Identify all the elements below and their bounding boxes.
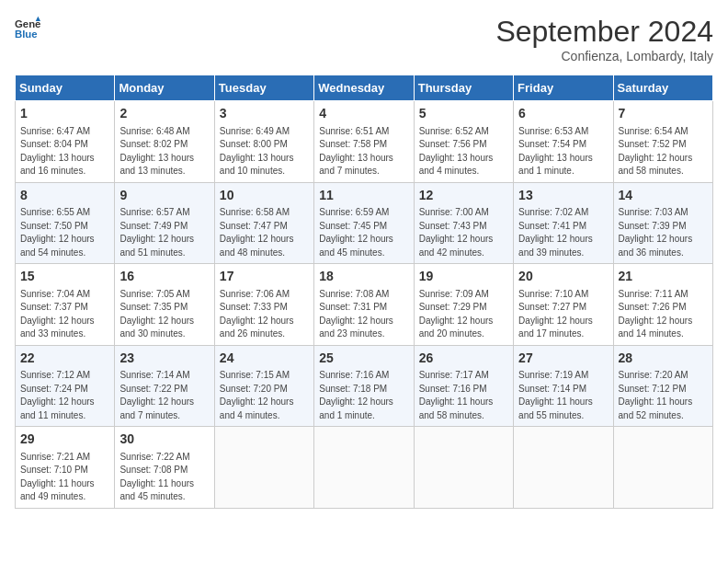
day-detail: Sunrise: 6:57 AM Sunset: 7:49 PM Dayligh…: [119, 206, 209, 259]
day-number: 18: [319, 268, 408, 286]
calendar-day: 15Sunrise: 7:04 AM Sunset: 7:37 PM Dayli…: [16, 264, 115, 346]
day-detail: Sunrise: 6:51 AM Sunset: 7:58 PM Dayligh…: [319, 125, 408, 178]
days-header-row: Sunday Monday Tuesday Wednesday Thursday…: [16, 75, 713, 101]
day-detail: Sunrise: 6:55 AM Sunset: 7:50 PM Dayligh…: [20, 206, 109, 259]
header-monday: Monday: [115, 75, 214, 101]
day-detail: Sunrise: 7:04 AM Sunset: 7:37 PM Dayligh…: [20, 288, 109, 341]
day-number: 8: [20, 187, 109, 205]
calendar-title: September 2024: [495, 15, 713, 49]
calendar-day: 23Sunrise: 7:14 AM Sunset: 7:22 PM Dayli…: [115, 345, 214, 427]
day-number: 14: [619, 187, 708, 205]
calendar-day: 4Sunrise: 6:51 AM Sunset: 7:58 PM Daylig…: [314, 101, 414, 183]
calendar-week-2: 8Sunrise: 6:55 AM Sunset: 7:50 PM Daylig…: [16, 182, 713, 264]
calendar-week-3: 15Sunrise: 7:04 AM Sunset: 7:37 PM Dayli…: [16, 264, 713, 346]
calendar-day: 2Sunrise: 6:48 AM Sunset: 8:02 PM Daylig…: [115, 101, 214, 183]
day-detail: Sunrise: 7:16 AM Sunset: 7:18 PM Dayligh…: [319, 369, 408, 422]
day-detail: Sunrise: 7:08 AM Sunset: 7:31 PM Dayligh…: [319, 288, 408, 341]
logo-icon: General Blue: [15, 15, 40, 40]
day-detail: Sunrise: 7:20 AM Sunset: 7:12 PM Dayligh…: [619, 369, 708, 422]
calendar-day: 6Sunrise: 6:53 AM Sunset: 7:54 PM Daylig…: [514, 101, 613, 183]
calendar-day: 27Sunrise: 7:19 AM Sunset: 7:14 PM Dayli…: [514, 345, 613, 427]
calendar-day: 16Sunrise: 7:05 AM Sunset: 7:35 PM Dayli…: [115, 264, 214, 346]
day-detail: Sunrise: 7:06 AM Sunset: 7:33 PM Dayligh…: [220, 288, 309, 341]
calendar-day: 9Sunrise: 6:57 AM Sunset: 7:49 PM Daylig…: [115, 182, 214, 264]
calendar-day: [613, 427, 712, 509]
day-number: 23: [119, 350, 209, 368]
title-block: September 2024 Confienza, Lombardy, Ital…: [495, 15, 713, 63]
calendar-day: 29Sunrise: 7:21 AM Sunset: 7:10 PM Dayli…: [16, 427, 115, 509]
calendar-day: 19Sunrise: 7:09 AM Sunset: 7:29 PM Dayli…: [414, 264, 513, 346]
svg-text:Blue: Blue: [15, 29, 38, 40]
calendar-day: 20Sunrise: 7:10 AM Sunset: 7:27 PM Dayli…: [514, 264, 613, 346]
calendar-day: 17Sunrise: 7:06 AM Sunset: 7:33 PM Dayli…: [214, 264, 313, 346]
calendar-day: 25Sunrise: 7:16 AM Sunset: 7:18 PM Dayli…: [314, 345, 414, 427]
day-detail: Sunrise: 7:00 AM Sunset: 7:43 PM Dayligh…: [419, 206, 508, 259]
calendar-day: 21Sunrise: 7:11 AM Sunset: 7:26 PM Dayli…: [613, 264, 712, 346]
calendar-day: [514, 427, 613, 509]
day-detail: Sunrise: 6:58 AM Sunset: 7:47 PM Dayligh…: [220, 206, 309, 259]
day-number: 22: [20, 350, 109, 368]
day-detail: Sunrise: 7:14 AM Sunset: 7:22 PM Dayligh…: [119, 369, 209, 422]
calendar-day: 3Sunrise: 6:49 AM Sunset: 8:00 PM Daylig…: [214, 101, 313, 183]
day-detail: Sunrise: 7:09 AM Sunset: 7:29 PM Dayligh…: [419, 288, 508, 341]
day-number: 16: [119, 268, 209, 286]
day-number: 15: [20, 268, 109, 286]
header-wednesday: Wednesday: [314, 75, 414, 101]
day-number: 27: [518, 350, 608, 368]
calendar-day: [214, 427, 313, 509]
day-number: 6: [518, 105, 608, 123]
calendar-table: Sunday Monday Tuesday Wednesday Thursday…: [15, 75, 713, 509]
day-detail: Sunrise: 7:12 AM Sunset: 7:24 PM Dayligh…: [20, 369, 109, 422]
day-number: 5: [419, 105, 508, 123]
calendar-day: 18Sunrise: 7:08 AM Sunset: 7:31 PM Dayli…: [314, 264, 414, 346]
day-number: 2: [119, 105, 209, 123]
day-number: 29: [20, 431, 109, 449]
day-detail: Sunrise: 7:17 AM Sunset: 7:16 PM Dayligh…: [419, 369, 508, 422]
calendar-day: [314, 427, 414, 509]
day-detail: Sunrise: 6:52 AM Sunset: 7:56 PM Dayligh…: [419, 125, 508, 178]
day-number: 1: [20, 105, 109, 123]
calendar-day: 13Sunrise: 7:02 AM Sunset: 7:41 PM Dayli…: [514, 182, 613, 264]
day-number: 26: [419, 350, 508, 368]
day-detail: Sunrise: 7:03 AM Sunset: 7:39 PM Dayligh…: [619, 206, 708, 259]
day-number: 12: [419, 187, 508, 205]
day-number: 21: [619, 268, 708, 286]
calendar-day: 8Sunrise: 6:55 AM Sunset: 7:50 PM Daylig…: [16, 182, 115, 264]
calendar-day: 28Sunrise: 7:20 AM Sunset: 7:12 PM Dayli…: [613, 345, 712, 427]
day-number: 3: [220, 105, 309, 123]
day-number: 13: [518, 187, 608, 205]
calendar-day: 7Sunrise: 6:54 AM Sunset: 7:52 PM Daylig…: [613, 101, 712, 183]
day-number: 7: [619, 105, 708, 123]
day-number: 10: [220, 187, 309, 205]
day-detail: Sunrise: 7:15 AM Sunset: 7:20 PM Dayligh…: [220, 369, 309, 422]
day-detail: Sunrise: 7:05 AM Sunset: 7:35 PM Dayligh…: [119, 288, 209, 341]
day-number: 30: [119, 431, 209, 449]
day-number: 11: [319, 187, 408, 205]
calendar-day: 26Sunrise: 7:17 AM Sunset: 7:16 PM Dayli…: [414, 345, 513, 427]
calendar-day: 1Sunrise: 6:47 AM Sunset: 8:04 PM Daylig…: [16, 101, 115, 183]
day-number: 9: [119, 187, 209, 205]
day-detail: Sunrise: 7:21 AM Sunset: 7:10 PM Dayligh…: [20, 451, 109, 504]
day-number: 19: [419, 268, 508, 286]
calendar-week-4: 22Sunrise: 7:12 AM Sunset: 7:24 PM Dayli…: [16, 345, 713, 427]
day-detail: Sunrise: 6:59 AM Sunset: 7:45 PM Dayligh…: [319, 206, 408, 259]
day-number: 28: [619, 350, 708, 368]
calendar-day: 24Sunrise: 7:15 AM Sunset: 7:20 PM Dayli…: [214, 345, 313, 427]
day-detail: Sunrise: 7:11 AM Sunset: 7:26 PM Dayligh…: [619, 288, 708, 341]
calendar-day: 5Sunrise: 6:52 AM Sunset: 7:56 PM Daylig…: [414, 101, 513, 183]
day-detail: Sunrise: 7:22 AM Sunset: 7:08 PM Dayligh…: [119, 451, 209, 504]
calendar-day: 12Sunrise: 7:00 AM Sunset: 7:43 PM Dayli…: [414, 182, 513, 264]
calendar-day: 22Sunrise: 7:12 AM Sunset: 7:24 PM Dayli…: [16, 345, 115, 427]
day-detail: Sunrise: 6:48 AM Sunset: 8:02 PM Dayligh…: [119, 125, 209, 178]
calendar-day: 14Sunrise: 7:03 AM Sunset: 7:39 PM Dayli…: [613, 182, 712, 264]
calendar-day: 30Sunrise: 7:22 AM Sunset: 7:08 PM Dayli…: [115, 427, 214, 509]
header-tuesday: Tuesday: [214, 75, 313, 101]
day-number: 17: [220, 268, 309, 286]
day-number: 24: [220, 350, 309, 368]
page-header: General Blue September 2024 Confienza, L…: [15, 15, 713, 63]
day-number: 4: [319, 105, 408, 123]
day-detail: Sunrise: 7:02 AM Sunset: 7:41 PM Dayligh…: [518, 206, 608, 259]
day-detail: Sunrise: 6:47 AM Sunset: 8:04 PM Dayligh…: [20, 125, 109, 178]
day-number: 20: [518, 268, 608, 286]
calendar-week-1: 1Sunrise: 6:47 AM Sunset: 8:04 PM Daylig…: [16, 101, 713, 183]
